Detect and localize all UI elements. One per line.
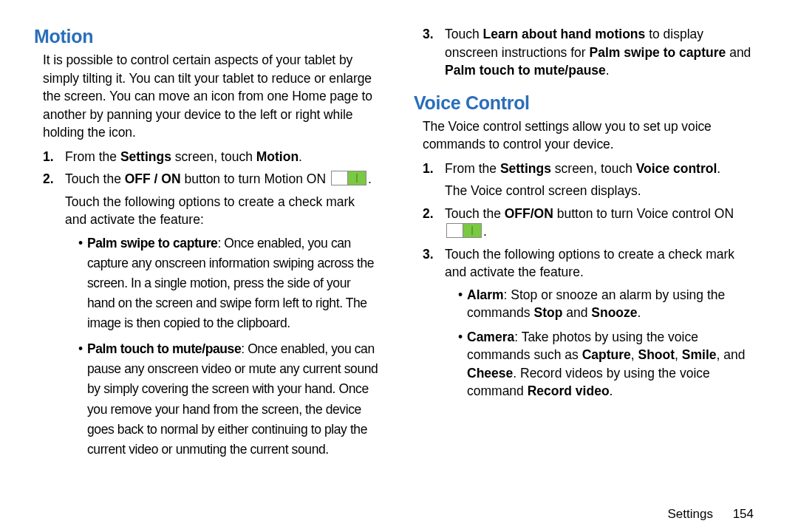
bold-term: Camera <box>467 330 514 344</box>
numbered-step: 2.Touch the OFF/ON button to turn Voice … <box>423 205 758 241</box>
bold-term: Settings <box>120 149 171 164</box>
numbered-step: 1.From the Settings screen, touch Motion… <box>43 148 378 166</box>
manual-page: Motion It is possible to control certain… <box>0 0 798 488</box>
bold-term: OFF/ON <box>505 206 553 221</box>
bullet-list: Palm swipe to capture: Once enabled, you… <box>65 233 378 460</box>
step-body: From the Settings screen, touch Voice co… <box>445 160 758 200</box>
bullet-item: Palm swipe to capture: Once enabled, you… <box>78 233 378 334</box>
toggle-on-icon <box>446 223 482 238</box>
numbered-step: 3.Touch Learn about hand motions to disp… <box>423 25 758 80</box>
bold-term: Palm touch to mute/pause <box>445 63 606 78</box>
footer-page-number: 154 <box>733 507 754 521</box>
step-body: Touch the following options to create a … <box>445 245 758 400</box>
step-body: Touch Learn about hand motions to displa… <box>445 25 758 80</box>
bold-term: Cheese <box>467 366 513 381</box>
bold-term: Shoot <box>638 347 675 362</box>
step-text: Touch the OFF/ON button to turn Voice co… <box>445 205 758 241</box>
bold-term: Voice control <box>636 161 717 176</box>
bullet-item: Palm touch to mute/pause: Once enabled, … <box>78 339 378 460</box>
step-number: 3. <box>423 245 434 264</box>
motion-steps-continued: 3.Touch Learn about hand motions to disp… <box>423 25 758 80</box>
step-number: 2. <box>423 205 434 223</box>
bold-term: Motion <box>256 149 299 164</box>
left-column: Motion It is possible to control certain… <box>34 22 396 466</box>
bold-term: Record video <box>528 383 610 398</box>
bold-term: Settings <box>500 161 551 176</box>
step-number: 1. <box>43 148 54 166</box>
step-number: 1. <box>423 160 434 178</box>
footer-section-label: Settings <box>667 507 712 521</box>
motion-steps: 1.From the Settings screen, touch Motion… <box>43 148 378 460</box>
step-text: From the Settings screen, touch Voice co… <box>445 160 758 178</box>
toggle-on-icon <box>331 171 366 185</box>
bullet-item: Alarm: Stop or snooze an alarm by using … <box>458 286 758 322</box>
bold-term: Palm touch to mute/pause <box>87 341 241 356</box>
voice-control-heading: Voice Control <box>414 90 758 116</box>
step-text: Touch Learn about hand motions to displa… <box>445 25 758 80</box>
bold-term: Smile <box>682 347 717 362</box>
numbered-step: 1.From the Settings screen, touch Voice … <box>423 160 758 200</box>
bold-term: Palm swipe to capture <box>87 236 217 250</box>
bold-term: Snooze <box>591 305 637 320</box>
step-text: Touch the OFF / ON button to turn Motion… <box>65 170 378 188</box>
page-footer: Settings 154 <box>667 505 754 523</box>
voice-control-steps: 1.From the Settings screen, touch Voice … <box>423 160 758 400</box>
bold-term: Palm swipe to capture <box>590 45 726 60</box>
bullet-list: Alarm: Stop or snooze an alarm by using … <box>445 286 758 400</box>
step-number: 2. <box>43 170 54 188</box>
bold-term: Capture <box>582 347 631 362</box>
motion-intro: It is possible to control certain aspect… <box>43 51 378 142</box>
bold-term: Stop <box>533 305 562 320</box>
step-after-text: Touch the following options to create a … <box>65 193 378 229</box>
bold-term: Alarm <box>467 287 504 302</box>
step-body: Touch the OFF / ON button to turn Motion… <box>65 170 378 460</box>
bold-term: Learn about hand motions <box>483 27 646 41</box>
numbered-step: 3.Touch the following options to create … <box>423 245 758 400</box>
step-text: Touch the following options to create a … <box>445 245 758 282</box>
step-body: Touch the OFF/ON button to turn Voice co… <box>445 205 758 241</box>
step-text: From the Settings screen, touch Motion. <box>65 148 378 166</box>
bold-term: OFF / ON <box>125 171 181 186</box>
step-number: 3. <box>423 25 434 44</box>
voice-control-intro: The Voice control settings allow you to … <box>423 117 758 154</box>
numbered-step: 2.Touch the OFF / ON button to turn Moti… <box>43 170 378 460</box>
motion-heading: Motion <box>34 24 378 50</box>
step-body: From the Settings screen, touch Motion. <box>65 148 378 166</box>
bullet-item: Camera: Take photos by using the voice c… <box>458 328 758 400</box>
right-column: 3.Touch Learn about hand motions to disp… <box>396 22 758 466</box>
step-after-text: The Voice control screen displays. <box>445 182 758 200</box>
